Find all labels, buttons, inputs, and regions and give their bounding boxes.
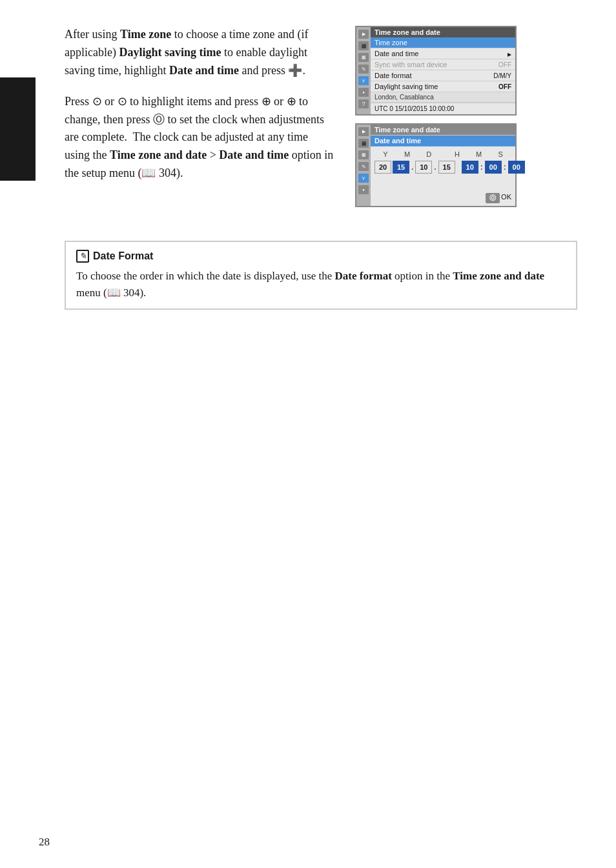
screen1-daylight-label: Daylight saving time (375, 83, 438, 90)
screen2-sidebar (356, 125, 371, 206)
screen2-content: Time zone and date Date and time Y M D H… (371, 125, 515, 206)
note-bold-timezone-date: Time zone and date (453, 270, 544, 282)
screen2-values-row: 2015 . 10 . 15 10 : 00 : 00 (371, 159, 515, 179)
note-title-row: ✎ Date Format (76, 250, 566, 263)
screen2-label-s: S (489, 150, 511, 158)
nav-up-icon: ⊙ (92, 95, 102, 108)
screen2-val-sec: 00 (508, 161, 525, 174)
note-title: Date Format (93, 250, 153, 262)
screen2-sidebar-icon-play (358, 127, 369, 136)
screen1-daylight-value: OFF (498, 83, 511, 90)
sidebar-icon-cam (358, 41, 369, 50)
bold-date-and-time: Date and time (169, 64, 239, 77)
bold-time-zone-date: Time zone and date (110, 148, 207, 161)
screen1-datetime-label: Date and time (375, 50, 418, 57)
screen2-sidebar-icon-film (358, 150, 369, 159)
ok-button-icon: ➕ (288, 64, 302, 77)
screen2-val-day: 15 (438, 161, 455, 174)
screen2-subtitle: Date and time (371, 136, 515, 146)
note-pencil-icon: ✎ (76, 250, 89, 263)
screen1-dateformat-label: Date format (375, 72, 411, 79)
screen2-sep2: . (433, 163, 436, 172)
paragraph-1: After using Time zone to choose a time z… (65, 26, 336, 80)
main-content: After using Time zone to choose a time z… (65, 26, 577, 215)
sidebar-icon-dot (358, 88, 369, 97)
screen1-item-daylight: Daylight saving time OFF (371, 81, 515, 92)
screen2-ok-icon: Ⓞ (486, 193, 500, 203)
screen2-sidebar-icon-y (358, 174, 369, 183)
sidebar-icon-y (358, 76, 369, 85)
screen2-sidebar-icon-dot (358, 185, 369, 194)
screen2-col2: : (503, 163, 507, 172)
screen2-spacer (371, 179, 515, 192)
screen2-label-min: M (468, 150, 490, 158)
screen1-datetime-arrow (508, 50, 511, 57)
screen1-dateformat-value: D/M/Y (493, 72, 511, 79)
bottom-note-box: ✎ Date Format To choose the order in whi… (65, 241, 577, 310)
screen1-item-timezone: Time zone (371, 37, 515, 48)
page-container: After using Time zone to choose a time z… (0, 0, 616, 868)
screen2-label-h: H (446, 150, 468, 158)
screen2-label-y: Y (375, 150, 396, 158)
ok-circle-icon: Ⓞ (153, 113, 165, 126)
screen1-content: Time zone and date Time zone Date and ti… (371, 27, 515, 114)
nav-right-icon: ⊕ (287, 95, 296, 108)
bold-time-zone: Time zone (120, 28, 171, 41)
screen2-sidebar-icon-cam (358, 139, 369, 148)
screen2-val-hour: 10 (462, 161, 478, 174)
screen2-val-min: 00 (485, 161, 502, 174)
left-sidebar-bar (0, 77, 36, 181)
screen1-utc: UTC 0 15/10/2015 10:00:00 (371, 103, 515, 114)
screen2-sidebar-icon-pen (358, 162, 369, 171)
bold-date-and-time-2: Date and time (219, 148, 289, 161)
screen1-timezone-label: Time zone (375, 39, 407, 46)
sidebar-icon-film (358, 53, 369, 62)
screen2-val-year: 15 (393, 161, 409, 174)
screen2-labels-row: Y M D H M S (371, 146, 515, 159)
screen2-ok-bar: Ⓞ OK (371, 192, 515, 206)
note-body: To choose the order in which the date is… (76, 268, 566, 301)
screen2-label-m: M (396, 150, 418, 158)
screen2-val-month: 10 (415, 161, 432, 174)
screen2-title: Time zone and date (371, 125, 515, 136)
note-bold-dateformat: Date format (335, 270, 392, 282)
screen1-title: Time zone and date (371, 27, 515, 37)
screen1-sync-value: OFF (498, 61, 511, 68)
screen1-location: London, Casablanca (371, 92, 515, 103)
sidebar-icon-play (358, 30, 369, 39)
bold-daylight-saving: Daylight saving time (119, 46, 221, 59)
sidebar-icon-pen (358, 65, 369, 74)
screen1-item-datetime: Date and time (371, 48, 515, 59)
screen2-sep1: . (411, 163, 414, 172)
screen2-camera-ui: Time zone and date Date and time Y M D H… (355, 123, 517, 207)
page-number: 28 (39, 836, 50, 849)
screen1-sync-label: Sync with smart device (375, 61, 447, 68)
sidebar-icon-q (358, 99, 369, 108)
screen1-camera-ui: Time zone and date Time zone Date and ti… (355, 26, 517, 116)
screen2-val-year-prefix: 20 (375, 161, 391, 174)
text-section: After using Time zone to choose a time z… (65, 26, 336, 215)
screen1-item-sync: Sync with smart device OFF (371, 59, 515, 70)
book-icon: 📖 (141, 167, 156, 179)
screen1-sidebar (356, 27, 371, 114)
nav-left-icon: ⊕ (262, 95, 271, 108)
screen1-item-dateformat: Date format D/M/Y (371, 70, 515, 81)
screenshots-section: Time zone and date Time zone Date and ti… (355, 26, 523, 215)
paragraph-2: Press ⊙ or ⊙ to highlight items and pres… (65, 93, 336, 183)
nav-down-icon: ⊙ (118, 95, 127, 108)
screen2-label-d: D (418, 150, 440, 158)
screen2-col1: : (480, 163, 484, 172)
screen2-ok-label: OK (501, 193, 511, 203)
